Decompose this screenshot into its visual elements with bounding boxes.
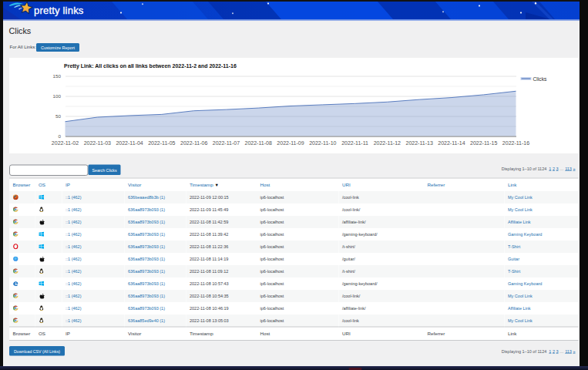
svg-text:50: 50 — [55, 113, 61, 119]
svg-text:2022-11-02: 2022-11-02 — [52, 140, 79, 146]
svg-text:2022-11-05: 2022-11-05 — [148, 140, 175, 146]
svg-text:2022-11-06: 2022-11-06 — [180, 140, 207, 146]
svg-text:2022-11-09: 2022-11-09 — [277, 140, 304, 146]
svg-text:2022-11-11: 2022-11-11 — [341, 140, 368, 146]
svg-text:100: 100 — [53, 93, 62, 99]
svg-text:2022-11-12: 2022-11-12 — [374, 140, 401, 146]
svg-text:2022-11-04: 2022-11-04 — [116, 140, 143, 146]
svg-text:2022-11-13: 2022-11-13 — [406, 140, 433, 146]
svg-text:2022-11-07: 2022-11-07 — [213, 140, 240, 146]
svg-text:Pretty Link: All clicks on all: Pretty Link: All clicks on all links bet… — [64, 63, 237, 69]
svg-text:2022-11-08: 2022-11-08 — [245, 140, 272, 146]
svg-text:Clicks: Clicks — [533, 76, 548, 82]
svg-text:2022-11-10: 2022-11-10 — [309, 140, 336, 146]
svg-text:0: 0 — [59, 133, 62, 139]
svg-text:2022-11-03: 2022-11-03 — [84, 140, 111, 146]
svg-text:2022-11-15: 2022-11-15 — [470, 140, 497, 146]
svg-text:2022-11-14: 2022-11-14 — [438, 140, 465, 146]
svg-text:150: 150 — [53, 73, 62, 79]
svg-text:pretty links: pretty links — [34, 5, 84, 16]
svg-text:2022-11-16: 2022-11-16 — [502, 140, 529, 146]
